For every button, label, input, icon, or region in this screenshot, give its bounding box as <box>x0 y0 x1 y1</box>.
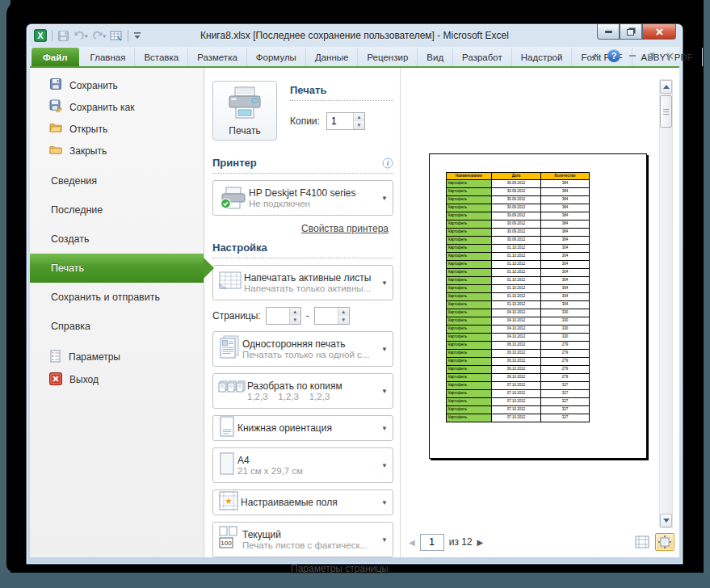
table-cell: Картофель <box>447 212 492 220</box>
tab-разметка[interactable]: Разметка <box>188 48 247 66</box>
table-row: Картофель07.10.2012327 <box>447 414 590 422</box>
table-cell: 327 <box>541 390 590 398</box>
current-page-input[interactable] <box>420 534 444 551</box>
pages-from-input[interactable] <box>267 308 289 324</box>
preview-scrollbar[interactable] <box>659 79 673 528</box>
scroll-up-button[interactable] <box>660 80 672 94</box>
setting-dropdown-margins[interactable]: ★Настраиваемые поля▼ <box>212 489 393 515</box>
undo-button[interactable]: ▾ <box>73 28 89 43</box>
sidebar-footer-options[interactable]: Параметры <box>30 346 204 368</box>
tab-формулы[interactable]: Формулы <box>247 48 306 66</box>
redo-button[interactable]: ▾ <box>91 28 107 43</box>
zoom-to-page-button[interactable] <box>655 533 674 551</box>
sidebar-item-справка[interactable]: Справка <box>30 312 204 341</box>
sidebar-item-сведения[interactable]: Сведения <box>30 166 204 195</box>
dropdown-text: Напечатать активные листыНапечатать толь… <box>242 272 378 293</box>
dropdown-text: Односторонняя печатьПечатать только на о… <box>241 338 378 359</box>
table-cell: 07.10.2012 <box>492 390 541 398</box>
sidebar-item-печать[interactable]: Печать <box>30 254 204 283</box>
spinner-arrows[interactable]: ▲▼ <box>338 308 349 324</box>
spinner-arrows[interactable]: ▲▼ <box>353 113 364 129</box>
printer-select[interactable]: HP Deskjet F4100 series Не подключен ▼ <box>212 180 393 216</box>
setting-dropdown-active-sheets[interactable]: Напечатать активные листыНапечатать толь… <box>212 265 393 300</box>
svg-text:X: X <box>37 31 43 40</box>
show-margins-button[interactable] <box>632 533 652 551</box>
scroll-down-button[interactable] <box>660 514 672 527</box>
setting-dropdown-scale[interactable]: 100ТекущийПечать листов с фактическ...▼ <box>212 522 393 557</box>
print-settings-panel: Печать Печать Копии: ▲▼ Принтер <box>204 68 400 557</box>
setting-dropdown-collated[interactable]: Разобрать по копиям1,2,3 1,2,3 1,2,3▼ <box>212 373 393 409</box>
sidebar-command-save-as[interactable]: Сохранить как <box>30 96 204 118</box>
sidebar-footer-exit[interactable]: Выход <box>30 368 204 391</box>
dropdown-subtitle: Печатать только на одной с... <box>242 350 378 359</box>
help-button[interactable]: ? <box>607 49 620 62</box>
restore-button[interactable] <box>620 24 642 40</box>
tab-главная[interactable]: Главная <box>82 48 136 66</box>
tab-файл[interactable]: Файл <box>32 48 79 66</box>
tab-вставка[interactable]: Вставка <box>135 48 188 66</box>
table-cell: 279 <box>541 374 590 382</box>
setting-dropdown-portrait[interactable]: Книжная ориентация▼ <box>212 415 393 441</box>
next-page-button[interactable]: ▶ <box>477 538 484 547</box>
page-setup-link[interactable]: Параметры страницы <box>291 563 389 574</box>
scrollbar-thumb[interactable] <box>660 95 672 128</box>
table-cell: 304 <box>541 277 590 285</box>
exit-icon <box>49 372 62 388</box>
collapse-ribbon-button[interactable] <box>589 49 602 62</box>
printer-properties-link[interactable]: Свойства принтера <box>301 223 389 234</box>
table-cell: Картофель <box>447 358 492 366</box>
table-cell: 01.10.2012 <box>492 285 541 293</box>
table-cell: Картофель <box>447 374 492 382</box>
restore-mini-button[interactable] <box>645 49 657 62</box>
table-cell: 304 <box>541 293 590 301</box>
margins-icon: ★ <box>218 490 239 514</box>
pages-to-input[interactable] <box>315 308 338 324</box>
sidebar-command-open-folder[interactable]: Открыть <box>30 118 204 140</box>
table-row: Картофель07.10.2012327 <box>447 398 590 406</box>
table-cell: Картофель <box>447 317 492 326</box>
pages-separator: - <box>306 310 309 321</box>
table-row: Картофель04.10.2012330 <box>447 309 590 317</box>
sidebar-command-save[interactable]: Сохранить <box>30 74 204 96</box>
table-cell: 30.09.2012 <box>492 237 541 245</box>
minimize-button[interactable] <box>597 24 620 40</box>
sidebar-item-label: Печать <box>51 262 84 274</box>
sidebar-item-создать[interactable]: Создать <box>30 225 204 254</box>
title-bar: X▾▾ Книга8.xlsx [Последнее сохранение по… <box>27 24 683 47</box>
dropdown-text: Книжная ориентация <box>236 422 378 434</box>
table-row: Картофель30.09.2012384 <box>447 204 590 212</box>
quick-table-button[interactable] <box>109 28 124 43</box>
tab-рецензир[interactable]: Рецензир <box>358 48 418 66</box>
tab-данные[interactable]: Данные <box>306 48 359 66</box>
save-button[interactable] <box>57 28 70 43</box>
copies-stepper[interactable]: ▲▼ <box>326 112 365 130</box>
pages-label: Страницы: <box>212 310 261 321</box>
close-mini-button[interactable] <box>663 49 676 62</box>
close-button[interactable] <box>642 24 676 40</box>
sidebar-item-последние[interactable]: Последние <box>30 195 204 225</box>
excel-logo-icon[interactable]: X <box>33 28 48 43</box>
tab-разработ[interactable]: Разработ <box>453 48 512 66</box>
table-row: Картофель04.10.2012330 <box>447 326 590 334</box>
print-button[interactable]: Печать <box>212 81 277 141</box>
setting-dropdown-one-sided[interactable]: Односторонняя печатьПечатать только на о… <box>212 331 393 367</box>
previous-page-button[interactable]: ◀ <box>409 538 415 547</box>
pages-from-stepper[interactable]: ▲▼ <box>266 307 301 325</box>
pages-to-stepper[interactable]: ▲▼ <box>314 307 350 325</box>
print-preview-panel: НаименованиеДатаКоличествоКартофель30.09… <box>400 68 679 557</box>
sidebar-command-close-folder[interactable]: Закрыть <box>30 140 204 162</box>
table-cell: 06.10.2012 <box>492 374 541 382</box>
sidebar-item-сохранить-и-отправить[interactable]: Сохранить и отправить <box>30 283 204 312</box>
tab-надстрой[interactable]: Надстрой <box>512 48 573 66</box>
spinner-arrows[interactable]: ▲▼ <box>289 308 300 324</box>
table-cell: Картофель <box>447 245 492 253</box>
tab-вид[interactable]: Вид <box>418 48 453 66</box>
setting-dropdown-paper[interactable]: A421 см x 29,7 см▼ <box>212 447 393 483</box>
chevron-down-icon: ▼ <box>378 346 388 353</box>
chevron-down-icon: ▼ <box>378 195 388 202</box>
table-row: Картофель01.10.2012304 <box>447 253 590 261</box>
copies-input[interactable] <box>327 113 353 129</box>
minimize-mini-button[interactable] <box>626 49 639 62</box>
table-cell: Картофель <box>447 326 492 334</box>
customize-qat-button[interactable] <box>132 28 142 43</box>
